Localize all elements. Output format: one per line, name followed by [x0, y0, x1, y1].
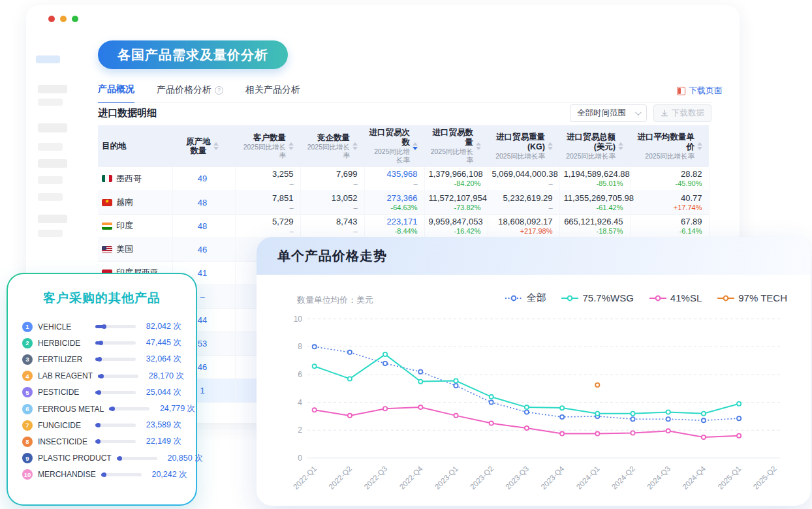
- x-tick-label: 2023-Q1: [433, 465, 460, 491]
- x-tick-label: 2022-Q1: [292, 465, 318, 491]
- y-tick-label: 4: [298, 398, 302, 407]
- cell-growth: –: [369, 179, 418, 188]
- cell-value[interactable]: 435,968: [369, 169, 418, 179]
- origin-count-link[interactable]: 48: [177, 221, 228, 231]
- x-tick-label: 2024-Q4: [681, 465, 708, 491]
- close-window-icon[interactable]: [48, 16, 55, 22]
- sort-icon[interactable]: [476, 142, 481, 150]
- tab-label: 产品价格分析: [157, 84, 211, 96]
- table-row[interactable]: 印度485,729–8,743–223,171-8.44%9,959,847,0…: [98, 214, 709, 238]
- purchase-count: 25,044 次: [141, 387, 181, 398]
- data-point: [348, 350, 352, 354]
- column-header-8[interactable]: 进口平均数量单价2025同比增长率: [630, 125, 709, 167]
- sort-icon[interactable]: [697, 142, 702, 150]
- line-chart: 02468102022-Q12022-Q22022-Q32022-Q42023-…: [257, 237, 811, 506]
- purchase-count: 82,042 次: [141, 321, 181, 332]
- x-tick-label: 2025-Q1: [716, 465, 742, 491]
- time-range-select[interactable]: 全部时间范围: [570, 104, 647, 122]
- purchase-count: 20,850 次: [163, 453, 203, 464]
- product-name: INSECTICIDE: [38, 437, 90, 446]
- table-row[interactable]: 越南487,851–13,052–273,366-64.63%11,572,10…: [98, 191, 709, 214]
- column-header-3[interactable]: 竞企数量2025同比增长率: [300, 125, 364, 167]
- tab-product-overview[interactable]: 产品概况: [98, 84, 134, 103]
- flag-icon: [102, 223, 112, 230]
- mini-bar: [95, 358, 136, 361]
- download-data-label: 下载数据: [672, 108, 704, 119]
- rank-badge: 5: [22, 387, 33, 397]
- product-rank-list: 1VEHICLE82,042 次2HERBICIDE47,445 次3FERTI…: [22, 318, 181, 483]
- list-item: 3FERTILIZER32,064 次: [22, 351, 181, 367]
- cell-value[interactable]: 223,171: [369, 217, 418, 227]
- x-tick-label: 2025-Q2: [752, 465, 778, 491]
- destination-name: 印度: [116, 220, 133, 232]
- data-point: [525, 426, 529, 430]
- data-point: [418, 405, 422, 409]
- other-products-title: 客户采购的其他产品: [22, 290, 181, 307]
- sort-icon[interactable]: [289, 142, 294, 150]
- cell-growth: -6.14%: [634, 227, 702, 236]
- mini-bar: [95, 424, 136, 427]
- data-point: [702, 435, 706, 439]
- product-name: LAB REAGENT: [38, 371, 93, 380]
- product-name: PLASTIC PRODUCT: [38, 454, 112, 463]
- origin-count-link[interactable]: 46: [177, 245, 228, 254]
- x-tick-label: 2023-Q4: [539, 465, 566, 491]
- cell-growth: -85.01%: [564, 179, 623, 188]
- cell-value: 11,355,269,705.98: [564, 193, 623, 204]
- sort-icon[interactable]: [413, 142, 418, 150]
- mini-bar: [117, 457, 157, 460]
- purchase-count: 28,170 次: [144, 371, 184, 382]
- destination-name: 墨西哥: [116, 173, 142, 185]
- cell-value: 7,851: [240, 193, 294, 204]
- cell-value: 9,959,847,053: [429, 217, 481, 227]
- column-header-1[interactable]: 原产地数量: [172, 125, 235, 167]
- column-header-4[interactable]: 进口贸易次数2025同比增长率: [364, 125, 424, 167]
- x-tick-label: 2024-Q3: [646, 465, 672, 491]
- mini-bar: [101, 473, 142, 476]
- download-data-button[interactable]: 下载数据: [653, 104, 711, 122]
- table-row[interactable]: 墨西哥493,255–7,699–435,968–1,379,966,108-8…: [98, 167, 709, 191]
- cell-growth: –: [240, 227, 294, 236]
- list-item: 9PLASTIC PRODUCT20,850 次: [22, 450, 181, 467]
- column-header-2[interactable]: 客户数量2025同比增长率: [235, 125, 300, 167]
- tab-label: 产品概况: [98, 84, 134, 95]
- column-header-6[interactable]: 进口贸易重量(KG)2025同比增长率: [488, 125, 559, 167]
- sort-icon[interactable]: [618, 142, 623, 150]
- product-name: PESTICIDE: [38, 388, 90, 397]
- tab-price-analysis[interactable]: 产品价格分析 ?: [157, 84, 223, 103]
- tab-label: 相关产品分析: [245, 84, 300, 96]
- data-point: [383, 352, 387, 356]
- sort-icon[interactable]: [213, 142, 219, 150]
- other-products-card: 客户采购的其他产品 1VEHICLE82,042 次2HERBICIDE47,4…: [7, 273, 197, 506]
- divider: [98, 102, 711, 102]
- column-header-5[interactable]: 进口贸易数量2025同比增长率: [424, 125, 488, 167]
- data-point: [348, 377, 352, 380]
- cell-value: 28.82: [634, 169, 702, 179]
- cell-value[interactable]: 273,366: [369, 193, 418, 204]
- rank-badge: 7: [22, 420, 33, 431]
- product-name: VEHICLE: [38, 322, 90, 332]
- minimize-window-icon[interactable]: [60, 16, 67, 22]
- cell-growth: -45.90%: [634, 179, 702, 188]
- maximize-window-icon[interactable]: [72, 16, 78, 22]
- origin-count-link[interactable]: 48: [177, 198, 228, 208]
- sort-icon[interactable]: [352, 142, 358, 150]
- tab-related-products[interactable]: 相关产品分析: [245, 84, 300, 103]
- product-name: FERTILIZER: [38, 355, 90, 364]
- y-tick-label: 10: [294, 315, 303, 324]
- column-header-7[interactable]: 进口贸易总额(美元)2025同比增长率: [559, 125, 630, 167]
- sidebar-skeleton: [38, 85, 67, 93]
- data-point: [666, 429, 670, 433]
- destination-name: 美国: [116, 243, 133, 255]
- list-item: 10MERCHANDISE20,242 次: [22, 467, 181, 483]
- origin-count-link[interactable]: 49: [177, 174, 228, 183]
- destination-name: 越南: [116, 196, 133, 208]
- purchase-count: 20,242 次: [147, 469, 187, 480]
- rank-badge: 8: [22, 437, 33, 447]
- data-point: [595, 383, 599, 387]
- cell-growth: -18.57%: [564, 227, 623, 236]
- download-page-link[interactable]: 下载页面: [677, 85, 723, 97]
- data-point: [490, 422, 493, 425]
- data-point: [702, 412, 706, 416]
- sort-icon[interactable]: [548, 142, 553, 150]
